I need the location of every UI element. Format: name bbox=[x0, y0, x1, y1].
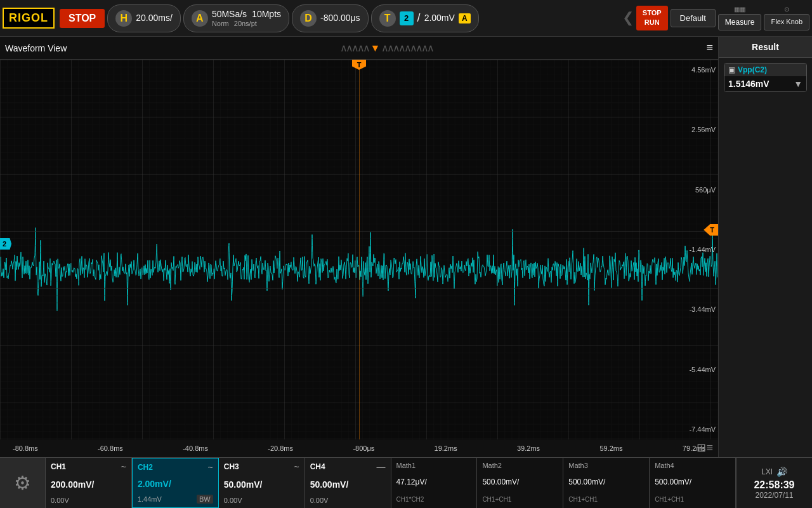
t-ch: 2 bbox=[404, 13, 409, 23]
stop-button[interactable]: STOP bbox=[60, 9, 105, 28]
a-norm: Norm bbox=[212, 20, 229, 27]
ch1-name: CH1 bbox=[51, 462, 66, 471]
t-indicator: A bbox=[459, 13, 471, 23]
x-label-3: -20.8ms bbox=[268, 444, 293, 452]
t-level: 2.00mV bbox=[424, 13, 455, 23]
waveform-canvas-area[interactable]: T T 2 4.56mV 2.56mV 560μV -1.44mV -3.44m… bbox=[0, 60, 718, 439]
ch2-box[interactable]: CH2 ~ 2.00mV/ 1.44mV BW bbox=[132, 458, 219, 508]
ch4-name: CH4 bbox=[310, 462, 325, 471]
rigol-logo: RIGOL bbox=[3, 8, 55, 29]
toolbar: RIGOL STOP H 20.00ms/ A 50MSa/s 10Mpts N… bbox=[0, 0, 812, 37]
ch1-offset: 0.00V bbox=[51, 497, 69, 504]
stop-run-button[interactable]: STOP RUN bbox=[636, 6, 668, 30]
math2-value: 500.00mV/ bbox=[482, 478, 519, 486]
waveform-menu-icon[interactable]: ≡ bbox=[706, 41, 713, 55]
x-label-0: -80.8ms bbox=[13, 444, 38, 452]
x-label-1: -60.8ms bbox=[98, 444, 123, 452]
result-dropdown-icon[interactable]: ▼ bbox=[794, 79, 802, 89]
math4-value: 500.00mV/ bbox=[655, 478, 691, 486]
ch2-volts: 2.00mV/ bbox=[138, 479, 171, 489]
math2-name: Math2 bbox=[482, 462, 502, 469]
math4-box[interactable]: Math4 500.00mV/ CH1+CH1 bbox=[650, 458, 736, 508]
toolbar-right: ❮ STOP RUN Default ▦▦ Measure ⊙ Flex Kno… bbox=[622, 6, 809, 31]
ch4-coupling-icon: — bbox=[377, 462, 386, 472]
math1-name: Math1 bbox=[396, 462, 416, 469]
waveform-container: Waveform View ∧∧∧∧∧ ▼ ∧∧∧∧∧∧∧∧∧ ≡ T T 2 bbox=[0, 37, 718, 457]
trigger-wave-left: ∧∧∧∧∧ bbox=[340, 42, 369, 54]
terminal-icon[interactable]: ⊞≡ bbox=[697, 441, 713, 455]
lxi-status-box: LXI 🔊 22:58:39 2022/07/11 bbox=[736, 458, 812, 508]
lxi-label: LXI bbox=[761, 467, 773, 476]
sound-icon[interactable]: 🔊 bbox=[776, 467, 787, 477]
waveform-header: Waveform View ∧∧∧∧∧ ▼ ∧∧∧∧∧∧∧∧∧ ≡ bbox=[0, 37, 718, 60]
ch1-box[interactable]: CH1 ~ 200.00mV/ 0.00V bbox=[46, 458, 132, 508]
ch3-volts: 50.00mV/ bbox=[224, 479, 263, 490]
ch2-coupling-icon: ~ bbox=[208, 462, 213, 472]
math2-box[interactable]: Math2 500.00mV/ CH1+CH1 bbox=[477, 458, 563, 508]
math3-formula: CH1+CH1 bbox=[568, 496, 598, 503]
measure-button[interactable]: Measure bbox=[718, 14, 762, 31]
result-panel: Result ▣ Vpp(C2) 1.5146mV ▼ bbox=[718, 37, 812, 457]
x-label-6: 39.2ms bbox=[517, 444, 540, 452]
x-labels-container: -80.8ms -60.8ms -40.8ms -20.8ms -800μs 1… bbox=[0, 444, 718, 452]
ch3-offset: 0.00V bbox=[224, 497, 242, 504]
a-sample: 50MSa/s bbox=[212, 9, 247, 20]
horizontal-pill[interactable]: H 20.00ms/ bbox=[107, 4, 181, 32]
main-area: Waveform View ∧∧∧∧∧ ▼ ∧∧∧∧∧∧∧∧∧ ≡ T T 2 bbox=[0, 37, 812, 457]
trigger-nav: ∧∧∧∧∧ ▼ ∧∧∧∧∧∧∧∧∧ bbox=[340, 42, 433, 54]
h-value: 20.00ms/ bbox=[136, 13, 173, 23]
toolbar-divider-left: ❮ bbox=[622, 10, 634, 26]
d-value: -800.00μs bbox=[320, 13, 360, 23]
ch4-offset: 0.00V bbox=[310, 497, 329, 504]
x-label-7: 59.2ms bbox=[599, 444, 622, 452]
h-label: H bbox=[115, 10, 132, 27]
ch2-name: CH2 bbox=[138, 463, 153, 472]
acquire-pill[interactable]: A 50MSa/s 10Mpts Norm 20ns/pt bbox=[183, 4, 289, 32]
ch2-offset: 1.44mV bbox=[138, 495, 162, 503]
math1-formula: CH1*CH2 bbox=[396, 496, 424, 503]
result-item-value: 1.5146mV bbox=[728, 79, 769, 89]
gear-icon: ⚙ bbox=[14, 472, 31, 494]
measure-icon-symbol: ▦▦ bbox=[734, 6, 745, 13]
result-title: Result bbox=[719, 37, 812, 58]
x-label-5: 19.2ms bbox=[435, 444, 457, 452]
math3-value: 500.00mV/ bbox=[568, 478, 605, 486]
d-label: D bbox=[300, 10, 317, 27]
channel-settings-button[interactable]: ⚙ bbox=[0, 458, 46, 508]
a-depth: 10Mpts bbox=[252, 9, 281, 20]
trigger-t-marker-right: T bbox=[704, 224, 718, 236]
status-time: 22:58:39 bbox=[754, 479, 794, 491]
status-date: 2022/07/11 bbox=[755, 491, 793, 500]
trigger-down-marker: ▼ bbox=[370, 43, 380, 54]
t-label: T bbox=[379, 10, 396, 27]
waveform-title: Waveform View bbox=[5, 43, 67, 53]
result-item-header: ▣ Vpp(C2) bbox=[724, 64, 806, 76]
ch1-coupling-icon: ~ bbox=[121, 462, 126, 472]
math4-name: Math4 bbox=[655, 462, 674, 469]
math1-box[interactable]: Math1 47.12μV/ CH1*CH2 bbox=[391, 458, 478, 508]
result-item-vpp[interactable]: ▣ Vpp(C2) 1.5146mV ▼ bbox=[724, 63, 807, 92]
math4-formula: CH1+CH1 bbox=[655, 496, 684, 503]
math3-name: Math3 bbox=[568, 462, 588, 469]
ch4-volts: 50.00mV/ bbox=[310, 479, 349, 490]
flex-knob-button[interactable]: Flex Knob bbox=[764, 14, 809, 30]
math3-box[interactable]: Math3 500.00mV/ CH1+CH1 bbox=[563, 458, 650, 508]
trigger-t-marker-top: T bbox=[352, 60, 366, 70]
result-item-icon: ▣ bbox=[728, 65, 735, 74]
ch4-box[interactable]: CH4 — 50.00mV/ 0.00V bbox=[305, 458, 391, 508]
trigger-line-vertical bbox=[359, 60, 360, 439]
default-button[interactable]: Default bbox=[671, 9, 716, 27]
a-rate: 20ns/pt bbox=[234, 20, 257, 27]
ch3-name: CH3 bbox=[224, 462, 239, 471]
delay-pill[interactable]: D -800.00μs bbox=[292, 4, 369, 32]
ch2-bw-label: BW bbox=[197, 495, 213, 504]
ch1-volts: 200.00mV/ bbox=[51, 479, 95, 490]
ch3-box[interactable]: CH3 ~ 50.00mV/ 0.00V bbox=[219, 458, 305, 508]
x-label-4: -800μs bbox=[353, 444, 374, 452]
x-label-2: -40.8ms bbox=[183, 444, 208, 452]
trigger-pill[interactable]: T 2 / 2.00mV A bbox=[371, 4, 479, 32]
channel-strip: ⚙ CH1 ~ 200.00mV/ 0.00V CH2 ~ 2.00mV/ 1.… bbox=[0, 457, 812, 508]
a-label: A bbox=[192, 10, 208, 27]
math2-formula: CH1+CH1 bbox=[482, 496, 511, 503]
math1-value: 47.12μV/ bbox=[396, 478, 427, 486]
